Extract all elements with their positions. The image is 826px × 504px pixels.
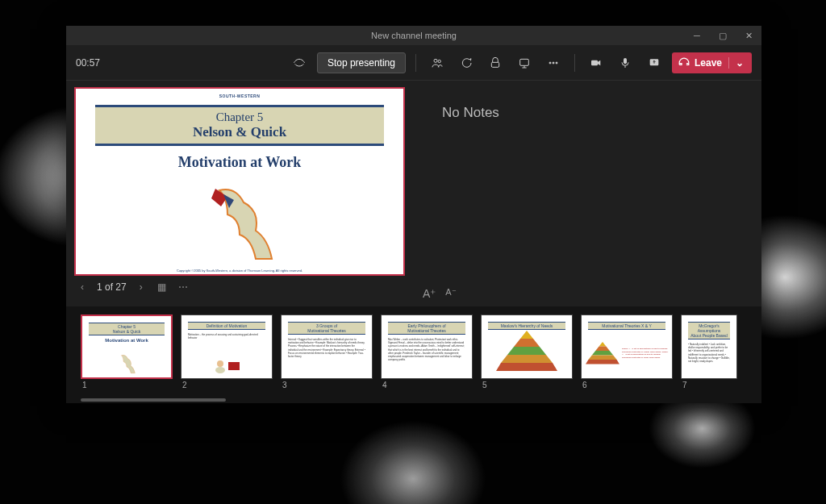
svg-marker-14 [514, 339, 540, 347]
minimize-button[interactable]: ─ [684, 26, 710, 45]
pyramid-icon [494, 329, 559, 373]
thumb-banner: Chapter 5 Nelson & Quick [89, 323, 165, 335]
thumb-title: Motivational Theories X & Y [588, 322, 665, 330]
slide-position: 1 of 27 [97, 281, 127, 293]
thumb-body: Internal • Suggest that variables within… [282, 336, 372, 360]
thumb-title: McGregor's Assumptions About People Base… [688, 322, 730, 339]
more-slide-options[interactable]: ⋯ [177, 281, 190, 294]
thumb-body: Motivation – the process of arousing and… [181, 331, 272, 341]
more-actions-icon[interactable] [542, 52, 565, 74]
thumb-body: • Naturally indolent • Lack ambition, di… [682, 341, 736, 364]
publisher-logo: SOUTH-WESTERN [219, 94, 261, 98]
copyright-text: Copyright ©2005 by South-Western, a divi… [76, 269, 403, 273]
prev-slide-button[interactable]: ‹ [76, 281, 89, 294]
pyramid-icon [585, 333, 620, 373]
svg-marker-21 [588, 355, 616, 360]
thumbnail-slide[interactable]: Motivational Theories X & Y Theory Y – a… [581, 314, 673, 379]
thumbnail-item[interactable]: Definition of Motivation Motivation – th… [181, 314, 273, 398]
reactions-icon[interactable] [484, 52, 507, 74]
thumb-number: 7 [681, 381, 737, 389]
svg-point-0 [434, 59, 437, 62]
thumb-body: Max Weber – work contributes to salvatio… [382, 336, 472, 363]
thumbnail-slide[interactable]: Maslow's Hierarchy of Needs [481, 314, 573, 379]
svg-rect-12 [228, 362, 240, 370]
thumb-number: 6 [581, 381, 673, 389]
slide-title: Motivation at Work [76, 154, 403, 171]
slide-banner: Chapter 5 Nelson & Quick [95, 105, 384, 146]
svg-marker-19 [595, 346, 610, 351]
thumb-number: 3 [281, 381, 373, 389]
chapter-label: Chapter 5 [95, 110, 384, 124]
mic-icon[interactable] [614, 52, 636, 74]
svg-point-11 [217, 360, 223, 367]
chat-icon[interactable] [455, 52, 478, 74]
decrease-font-button[interactable]: A⁻ [445, 287, 456, 300]
leave-button[interactable]: Leave ⌄ [672, 52, 752, 73]
thumbnail-strip[interactable]: Chapter 5 Nelson & Quick Motivation at W… [66, 306, 761, 403]
thumb-number: 1 [81, 381, 173, 389]
presenter-view: SOUTH-WESTERN Chapter 5 Nelson & Quick M… [66, 81, 761, 306]
svg-rect-7 [591, 60, 598, 65]
window-controls: ─ ▢ ✕ [684, 26, 761, 45]
stop-presenting-button[interactable]: Stop presenting [317, 52, 406, 73]
share-icon[interactable] [643, 52, 665, 74]
increase-font-button[interactable]: A⁺ [423, 287, 436, 300]
slide-navigation: ‹ 1 of 27 › ▦ ⋯ [74, 276, 405, 294]
svg-marker-20 [592, 351, 613, 356]
thumb-side: Theory Y – a set of assumptions of how t… [622, 348, 669, 359]
thumbnail-slide[interactable]: 3 Groups of Motivational Theories Intern… [281, 314, 373, 379]
divider [415, 54, 416, 72]
thumbnail-item[interactable]: Chapter 5 Nelson & Quick Motivation at W… [81, 314, 173, 398]
people-icon[interactable] [426, 52, 448, 74]
meeting-timer: 00:57 [76, 57, 100, 69]
svg-marker-17 [496, 363, 557, 371]
svg-rect-8 [624, 58, 627, 64]
svg-point-5 [553, 62, 554, 64]
thumbnail-item[interactable]: McGregor's Assumptions About People Base… [681, 314, 737, 398]
notes-panel: No Notes A⁺ A⁻ [413, 81, 761, 306]
font-size-controls: A⁺ A⁻ [423, 287, 457, 300]
svg-point-1 [438, 60, 440, 62]
meeting-toolbar: 00:57 Stop presenting [66, 45, 761, 81]
window-title: New channel meeting [371, 31, 457, 40]
thumbnail-slide[interactable]: Early Philosophers of Motivational Theor… [381, 314, 473, 379]
svg-point-10 [215, 367, 225, 373]
slide-graphic [195, 182, 284, 263]
thumb-number: 4 [381, 381, 473, 389]
camera-icon[interactable] [585, 52, 607, 74]
current-slide[interactable]: SOUTH-WESTERN Chapter 5 Nelson & Quick M… [74, 87, 405, 276]
authors-label: Nelson & Quick [95, 124, 384, 140]
thumb-title: Motivation at Work [82, 338, 171, 343]
thumbnail-slide[interactable]: McGregor's Assumptions About People Base… [681, 314, 737, 379]
svg-marker-13 [520, 331, 533, 339]
svg-point-4 [549, 62, 551, 64]
maximize-button[interactable]: ▢ [710, 26, 736, 45]
title-bar: New channel meeting ─ ▢ ✕ [66, 26, 761, 45]
divider [574, 54, 575, 72]
thumbnail-item[interactable]: 3 Groups of Motivational Theories Intern… [281, 314, 373, 398]
svg-marker-16 [501, 355, 553, 363]
privacy-icon[interactable] [288, 52, 311, 74]
horizontal-scrollbar[interactable] [81, 398, 226, 402]
leave-label: Leave [695, 57, 722, 69]
svg-marker-22 [586, 360, 620, 364]
svg-rect-3 [520, 59, 529, 65]
thumbnail-item[interactable]: Maslow's Hierarchy of Needs 5 [481, 314, 573, 398]
chevron-down-icon[interactable]: ⌄ [728, 57, 744, 69]
thumbnail-slide[interactable]: Definition of Motivation Motivation – th… [181, 314, 273, 379]
close-button[interactable]: ✕ [736, 26, 761, 45]
thumb-number: 2 [181, 381, 273, 389]
thumbnail-item[interactable]: Motivational Theories X & Y Theory Y – a… [581, 314, 673, 398]
notes-text: No Notes [426, 94, 749, 121]
thumbnail-slide[interactable]: Chapter 5 Nelson & Quick Motivation at W… [81, 314, 173, 379]
thumb-title: Early Philosophers of Motivational Theor… [388, 322, 465, 335]
thumbnail-item[interactable]: Early Philosophers of Motivational Theor… [381, 314, 473, 398]
current-slide-panel: SOUTH-WESTERN Chapter 5 Nelson & Quick M… [66, 81, 413, 306]
grid-view-button[interactable]: ▦ [156, 281, 169, 294]
svg-point-6 [556, 62, 557, 64]
meeting-window: New channel meeting ─ ▢ ✕ 00:57 Stop pre… [66, 26, 761, 403]
next-slide-button[interactable]: › [135, 281, 148, 294]
svg-marker-18 [599, 342, 607, 347]
rooms-icon[interactable] [513, 52, 536, 74]
svg-marker-15 [507, 347, 546, 355]
